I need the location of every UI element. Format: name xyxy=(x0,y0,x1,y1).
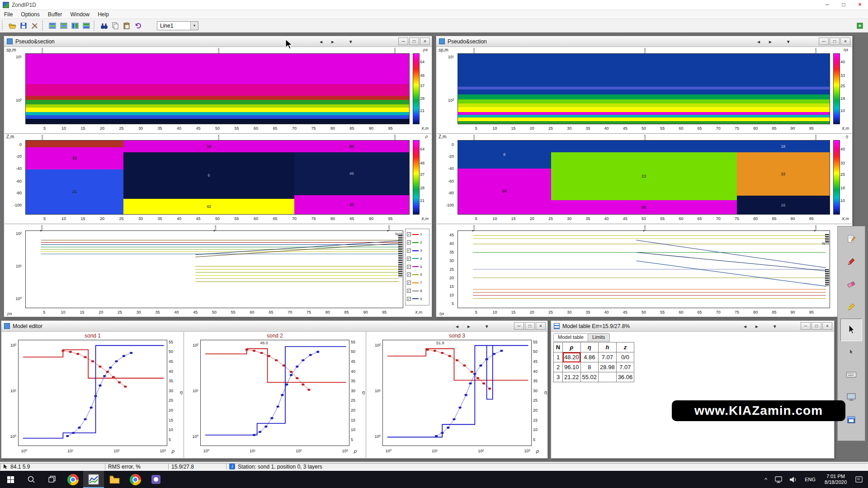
legend-item[interactable]: ✓8 xyxy=(407,287,428,295)
section-view-button-2[interactable] xyxy=(58,20,69,31)
table-cell[interactable]: 3 xyxy=(554,372,563,382)
model-block[interactable]: 96 xyxy=(26,147,123,169)
search-button[interactable] xyxy=(21,471,42,488)
model-block[interactable]: 8 xyxy=(458,141,551,169)
model-block[interactable]: 23 xyxy=(551,152,737,200)
taskbar-folder-icon[interactable] xyxy=(104,471,125,488)
tab-model-table[interactable]: Model table xyxy=(553,333,588,342)
table-cell[interactable]: 8 xyxy=(580,362,599,372)
window-minimize-button[interactable]: ─ xyxy=(514,322,524,330)
volume-icon[interactable] xyxy=(786,475,800,484)
legend-item[interactable]: ✓7 xyxy=(407,279,428,287)
language-indicator[interactable]: ENG xyxy=(800,477,820,482)
window-close-button[interactable]: × xyxy=(822,322,832,330)
tool-pencil-yellow-button[interactable] xyxy=(840,296,862,319)
section-view-button-3[interactable] xyxy=(69,20,80,31)
next-button[interactable]: ► xyxy=(463,324,475,329)
next-button[interactable]: ► xyxy=(327,39,339,44)
window-restore-button[interactable]: □ xyxy=(830,38,840,45)
menu-options[interactable]: Options xyxy=(17,10,43,19)
legend-checkbox[interactable]: ✓ xyxy=(407,240,411,244)
table-cell[interactable]: 0/0 xyxy=(616,352,634,362)
network-icon[interactable] xyxy=(771,475,786,484)
model-block[interactable]: 42 xyxy=(123,199,294,214)
sounding-plot[interactable] xyxy=(18,340,167,446)
app-close-button[interactable]: × xyxy=(852,0,868,9)
tool-pointer-button[interactable] xyxy=(840,341,862,364)
model-block[interactable]: 34 xyxy=(123,141,294,152)
table-cell[interactable]: 21.22 xyxy=(563,372,581,382)
legend-checkbox[interactable]: ✓ xyxy=(407,272,411,277)
legend-checkbox[interactable]: ✓ xyxy=(407,249,411,253)
save-button[interactable] xyxy=(18,20,29,31)
menu-file[interactable]: File xyxy=(0,10,17,19)
menu-buffer[interactable]: Buffer xyxy=(44,10,66,19)
tab-limits[interactable]: Limits xyxy=(588,333,610,342)
search-button[interactable] xyxy=(98,20,109,31)
section-view-button-4[interactable] xyxy=(80,20,92,31)
legend-checkbox[interactable]: ✓ xyxy=(407,232,411,236)
window-minimize-button[interactable]: ─ xyxy=(819,38,829,45)
model-block[interactable]: 21 xyxy=(26,169,123,214)
legend-checkbox[interactable]: ✓ xyxy=(407,281,411,285)
model-block[interactable]: 96 xyxy=(551,200,737,214)
model-section-plot[interactable]: 349696216464240sond1sond2sond3 xyxy=(25,140,410,215)
next-button[interactable]: ► xyxy=(751,324,763,329)
tray-expand-icon[interactable]: ^ xyxy=(760,476,771,483)
window-menu-button[interactable]: ▼ xyxy=(345,39,357,44)
undo-button[interactable] xyxy=(132,20,143,31)
open-file-button[interactable] xyxy=(6,20,18,31)
clock[interactable]: 7:01 PM 8/18/2020 xyxy=(820,474,851,485)
model-block[interactable]: 32 xyxy=(737,152,830,196)
model-block[interactable] xyxy=(551,141,737,152)
pseudosection-plot[interactable]: sond1sond2sond3 xyxy=(458,53,830,124)
task-view-button[interactable] xyxy=(42,471,62,488)
window-close-button[interactable]: × xyxy=(420,38,430,45)
window-minimize-button[interactable]: ─ xyxy=(398,38,408,45)
app-minimize-button[interactable]: ─ xyxy=(819,0,835,9)
tool-eraser-button[interactable] xyxy=(840,273,862,296)
curves-plot[interactable]: Sp16▼▼▼sond1sond2sond3 xyxy=(458,230,830,308)
action-center-icon[interactable] xyxy=(851,475,868,484)
model-block[interactable]: 40 xyxy=(294,195,409,214)
menu-help[interactable]: Help xyxy=(94,10,113,19)
model-block[interactable]: 18 xyxy=(737,141,830,152)
window-menu-button[interactable]: ▼ xyxy=(783,39,794,44)
table-cell[interactable]: 48.20 xyxy=(563,352,581,362)
model-section-plot[interactable]: 8189623963216sond1sond2sond3 xyxy=(458,140,830,215)
table-cell[interactable]: 96.10 xyxy=(563,362,581,372)
window-close-button[interactable]: × xyxy=(840,38,850,45)
sounding-plot[interactable]: 48.0 xyxy=(200,340,349,446)
app-maximize-button[interactable]: □ xyxy=(835,0,852,9)
taskbar-chrome-icon[interactable] xyxy=(62,471,83,488)
table-cell[interactable]: 28.98 xyxy=(599,362,617,372)
next-button[interactable]: ► xyxy=(764,39,776,44)
copy-button[interactable] xyxy=(109,20,121,31)
legend-item[interactable]: ✓5 xyxy=(407,263,428,271)
table-cell[interactable]: 55.02 xyxy=(580,372,599,382)
legend-item[interactable]: ✓9 xyxy=(407,295,428,303)
menu-window[interactable]: Window xyxy=(66,10,94,19)
window-titlebar[interactable]: Pseudo&section ◄ ► ▼ ─ □ × xyxy=(436,36,852,47)
legend-item[interactable]: ✓1 xyxy=(407,230,428,239)
window-menu-button[interactable]: ▼ xyxy=(481,324,493,329)
table-cell[interactable]: 2 xyxy=(554,362,563,372)
tool-note-edit-button[interactable] xyxy=(840,228,862,251)
curves-plot[interactable]: Sp16▼▼▼sond1sond2sond3 xyxy=(25,230,403,308)
model-block[interactable]: 96 xyxy=(294,141,409,152)
tool-cursor-button[interactable] xyxy=(840,319,862,341)
taskbar-chrome2-icon[interactable] xyxy=(125,471,146,488)
legend-checkbox[interactable]: ✓ xyxy=(407,265,411,269)
taskbar-zond-app-icon[interactable] xyxy=(83,471,104,488)
tools-button[interactable] xyxy=(29,20,40,31)
table-cell[interactable]: 7.07 xyxy=(599,352,617,362)
prev-button[interactable]: ◄ xyxy=(739,324,751,329)
section-view-button-1[interactable] xyxy=(47,20,58,31)
tool-keyboard-button[interactable] xyxy=(840,364,862,386)
window-restore-button[interactable]: □ xyxy=(525,322,535,330)
model-block[interactable]: 46 xyxy=(294,152,409,195)
taskbar-purple-app-icon[interactable] xyxy=(146,471,166,488)
legend-checkbox[interactable]: ✓ xyxy=(407,289,411,293)
prev-button[interactable]: ◄ xyxy=(451,324,463,329)
legend-checkbox[interactable]: ✓ xyxy=(407,257,411,261)
